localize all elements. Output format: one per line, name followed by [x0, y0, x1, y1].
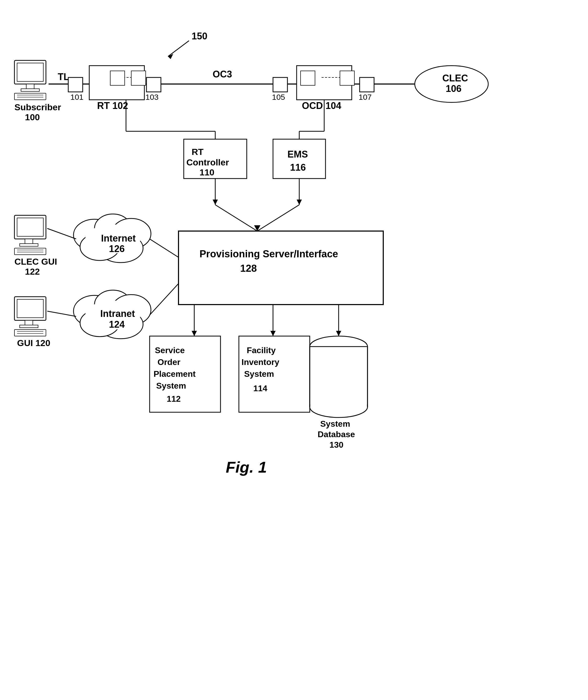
svg-line-70	[47, 311, 76, 316]
svg-text:Internet: Internet	[101, 233, 136, 244]
prov-server-label: Provisioning Server/Interface	[199, 248, 338, 259]
svg-marker-84	[270, 331, 276, 336]
sysdb-label2: Database	[318, 430, 355, 439]
svg-rect-41	[25, 239, 33, 244]
svg-line-35	[215, 205, 257, 231]
gui-label: GUI 120	[17, 338, 50, 348]
svg-text:Intranet: Intranet	[100, 308, 135, 319]
svg-rect-48	[25, 320, 33, 325]
sops-label4: System	[156, 381, 186, 390]
svg-rect-16	[273, 77, 287, 92]
sops-label3: Placement	[154, 369, 196, 379]
svg-rect-3	[17, 63, 43, 81]
clec-gui-id: 122	[25, 267, 40, 276]
svg-rect-20	[340, 71, 354, 85]
svg-line-69	[47, 228, 76, 239]
fis-label2: Inventory	[241, 357, 279, 367]
node107: 107	[359, 93, 372, 101]
sops-label2: Order	[157, 357, 180, 367]
figure-caption: Fig. 1	[226, 458, 267, 476]
rt-controller-label: RT	[192, 147, 204, 157]
svg-marker-32	[213, 200, 218, 205]
subscriber-label: Subscriber	[14, 102, 61, 112]
subscriber-id: 100	[25, 112, 40, 122]
svg-rect-38	[179, 231, 383, 305]
svg-line-0	[168, 41, 189, 56]
clec-id: 106	[446, 83, 461, 94]
ref-150: 150	[192, 31, 207, 41]
rt-label: RT 102	[97, 100, 128, 111]
svg-rect-13	[110, 71, 125, 85]
fis-label3: System	[244, 369, 274, 379]
svg-rect-5	[21, 89, 39, 91]
rt-controller-label2: Controller	[186, 157, 229, 167]
oc3-label: OC3	[213, 69, 232, 80]
svg-rect-15	[146, 77, 161, 92]
svg-rect-6	[14, 93, 46, 100]
svg-rect-42	[20, 244, 38, 246]
svg-marker-86	[336, 331, 341, 336]
fis-id: 114	[253, 384, 267, 393]
ocd-label: OCD 104	[302, 100, 341, 111]
svg-rect-19	[301, 71, 315, 85]
svg-rect-43	[14, 248, 46, 255]
svg-rect-14	[131, 71, 146, 85]
intranet-cloud: Intranet 124	[73, 290, 151, 339]
sops-label1: Service	[155, 346, 185, 355]
sysdb-id: 130	[329, 440, 343, 450]
node105: 105	[272, 93, 285, 101]
internet-cloud: Internet 126	[73, 214, 151, 263]
node101: 101	[70, 93, 83, 101]
sysdb-label1: System	[320, 419, 350, 429]
svg-rect-4	[26, 84, 34, 89]
svg-marker-82	[192, 331, 197, 336]
fis-label1: Facility	[247, 346, 276, 355]
tl-label: TL	[58, 71, 69, 82]
prov-server-id: 128	[240, 263, 257, 274]
svg-rect-78	[310, 347, 367, 406]
svg-rect-10	[68, 77, 83, 92]
node103: 103	[145, 93, 159, 101]
svg-line-36	[257, 205, 299, 231]
svg-marker-37	[254, 225, 260, 231]
svg-text:126: 126	[109, 243, 125, 254]
svg-rect-21	[360, 77, 374, 92]
svg-rect-50	[14, 330, 46, 336]
ems-id: 116	[290, 162, 306, 173]
svg-rect-40	[17, 218, 43, 236]
svg-rect-47	[17, 299, 43, 318]
svg-rect-49	[20, 325, 38, 328]
svg-text:124: 124	[109, 319, 125, 330]
diagram: 150 Subscriber 100 TL 101 RT 102 103 OC3…	[0, 0, 588, 700]
clec-label: CLEC	[442, 73, 468, 83]
svg-line-71	[150, 239, 179, 257]
svg-line-72	[150, 284, 179, 315]
clec-gui-label: CLEC GUI	[14, 257, 57, 267]
rt-controller-id: 110	[199, 167, 214, 177]
svg-marker-34	[297, 200, 302, 205]
ems-label: EMS	[287, 149, 308, 160]
sops-id: 112	[167, 394, 181, 404]
